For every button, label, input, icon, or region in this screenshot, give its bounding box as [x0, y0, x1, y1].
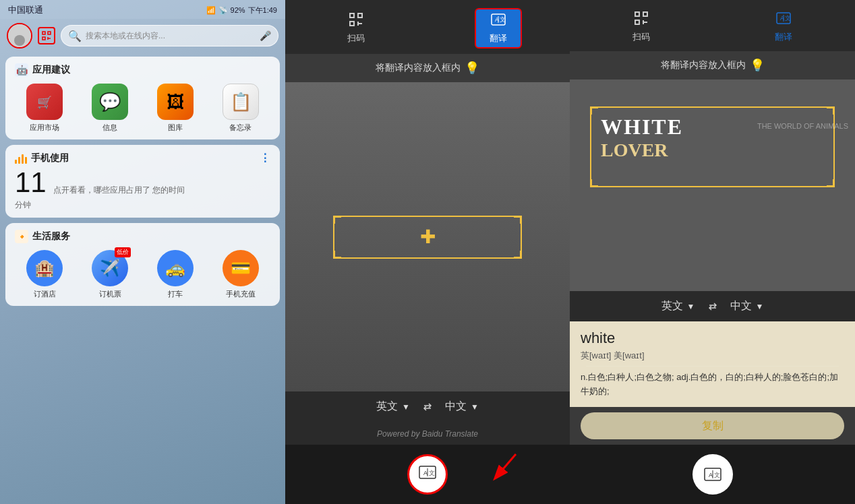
app-icon-message: 💬	[92, 84, 128, 120]
target-lang-arrow: ▼	[471, 402, 479, 412]
source-lang-label-p3: 英文	[661, 299, 683, 313]
service-label-topup: 手机充值	[226, 289, 256, 299]
service-item-topup[interactable]: 💳 手机充值	[210, 250, 270, 299]
app-label-message: 信息	[102, 123, 117, 133]
wifi-icon: 📡	[218, 6, 228, 15]
app-item-appstore[interactable]: 🛒 应用市场	[15, 84, 75, 133]
usage-number: 11	[15, 166, 47, 198]
card-title-life: 🔸 生活服务	[15, 230, 270, 243]
book-visual-content: WHITE LOVER	[591, 108, 833, 168]
avatar[interactable]	[7, 23, 32, 49]
svg-text:A: A	[423, 470, 428, 476]
source-lang-label: 英文	[376, 400, 398, 414]
scan-button[interactable]	[38, 27, 55, 44]
translate-tab-label: 翻译	[490, 32, 507, 44]
app-label-appstore: 应用市场	[30, 123, 59, 133]
search-icon: 🔍	[68, 30, 82, 42]
service-label-hotel: 订酒店	[34, 289, 56, 299]
phone-usage-title: 手机使用	[31, 152, 69, 164]
target-lang-label-p3: 中文	[730, 299, 752, 313]
translate-tab-icon-p3: A 文	[776, 11, 791, 29]
app-label-notes: 备忘录	[229, 123, 252, 133]
hint-text-p3: 将翻译内容放入框内	[661, 59, 746, 71]
app-item-notes[interactable]: 📋 备忘录	[210, 84, 270, 133]
life-services-title: 生活服务	[32, 230, 70, 243]
hint-row-p2: 将翻译内容放入框内 💡	[285, 54, 570, 82]
scan-frame-p3: WHITE LOVER	[590, 106, 835, 187]
svg-text:A: A	[709, 472, 713, 478]
target-lang-selector[interactable]: 中文 ▼	[445, 400, 479, 414]
status-bar-right: 📶 📡 92% 下午1:49	[206, 5, 277, 15]
search-box[interactable]: 🔍 搜索本地或在线内容... 🎤	[61, 25, 278, 46]
bulb-icon-p2: 💡	[465, 61, 479, 75]
tab-translate[interactable]: A 文 翻译	[475, 8, 522, 49]
app-suggestions-card: 🤖 应用建议 🛒 应用市场 💬 信息	[5, 57, 280, 139]
source-lang-selector-p3[interactable]: 英文 ▼	[661, 299, 695, 313]
tab-scan-p3[interactable]: 扫码	[619, 8, 664, 46]
service-item-hotel[interactable]: 🏨 订酒店	[15, 250, 75, 299]
svg-rect-9	[350, 22, 354, 26]
signal-icon: 📶	[206, 6, 216, 15]
hint-text-p2: 将翻译内容放入框内	[376, 62, 461, 74]
usage-more-icon[interactable]: ⋮	[260, 152, 270, 164]
red-arrow-indicator	[489, 447, 529, 491]
bottom-bar-p2: A 文	[285, 445, 570, 504]
app-item-gallery[interactable]: 🖼 图库	[146, 84, 206, 133]
service-item-flight[interactable]: ✈️ 低价 订机票	[80, 250, 140, 299]
scan-translate-button-p3[interactable]: A 文	[692, 454, 733, 495]
cards-area: 🤖 应用建议 🛒 应用市场 💬 信息	[0, 53, 285, 310]
svg-text:文: 文	[714, 472, 720, 478]
time-label: 下午1:49	[248, 5, 277, 15]
mic-icon[interactable]: 🎤	[260, 30, 271, 41]
copy-button[interactable]: 复制	[581, 412, 844, 439]
book-title-lover: LOVER	[601, 139, 824, 161]
swap-lang-button-p3[interactable]	[706, 300, 719, 313]
swap-lang-button[interactable]	[421, 400, 434, 414]
svg-text:🛒: 🛒	[37, 95, 53, 110]
powered-text-p2: Powered by Baidu Translate	[377, 429, 478, 439]
scan-tab-label: 扫码	[347, 32, 365, 44]
powered-row-p2: Powered by Baidu Translate	[285, 422, 570, 445]
usage-row: 11 分钟 点开看看，哪些应用占用了 您的时间	[15, 168, 270, 211]
app-icon-gallery: 🖼	[157, 84, 194, 120]
translation-result: white 英[waɪt] 美[waɪt] n.白色;白种人;白色之物; adj…	[570, 321, 855, 407]
usage-unit: 分钟	[15, 199, 47, 211]
source-lang-selector[interactable]: 英文 ▼	[376, 400, 410, 414]
svg-rect-22	[635, 12, 639, 16]
result-phonetic: 英[waɪt] 美[waɪt]	[581, 350, 844, 362]
world-text-overlay: THE WORLD OF ANIMALS	[757, 120, 848, 133]
app-suggestions-icon: 🤖	[15, 63, 28, 77]
app-grid: 🛒 应用市场 💬 信息 🖼 图库	[15, 84, 270, 133]
tab-translate-p3[interactable]: A 文 翻译	[761, 8, 806, 46]
low-price-badge: 低价	[115, 247, 131, 257]
lang-bar-p2: 英文 ▼ 中文 ▼	[285, 391, 570, 422]
svg-text:文: 文	[429, 470, 435, 476]
scan-tab-label-p3: 扫码	[632, 31, 650, 43]
app-item-message[interactable]: 💬 信息	[80, 84, 140, 133]
scan-translate-button[interactable]: A 文	[407, 454, 448, 495]
service-icon-hotel: 🏨	[26, 250, 63, 286]
target-lang-selector-p3[interactable]: 中文 ▼	[730, 299, 764, 313]
svg-rect-2	[42, 37, 45, 40]
card-title-app: 🤖 应用建议	[15, 63, 270, 77]
status-bar: 中国联通 📶 📡 92% 下午1:49	[0, 0, 285, 19]
target-lang-arrow-p3: ▼	[756, 302, 764, 311]
service-item-taxi[interactable]: 🚕 打车	[146, 250, 206, 299]
scan-tab-icon	[349, 12, 363, 30]
service-label-flight: 订机票	[99, 289, 121, 299]
service-icon-flight: ✈️ 低价	[92, 250, 128, 286]
app-label-gallery: 图库	[168, 123, 183, 133]
service-label-taxi: 打车	[168, 289, 183, 299]
tab-scan[interactable]: 扫码	[334, 9, 378, 47]
svg-rect-0	[42, 32, 45, 34]
battery-label: 92%	[231, 6, 245, 14]
service-icon-taxi: 🚕	[157, 250, 194, 286]
hint-row-p3: 将翻译内容放入框内 💡	[570, 51, 855, 80]
phone-usage-card: 手机使用 ⋮ 11 分钟 点开看看，哪些应用占用了 您的时间	[5, 145, 280, 218]
life-services-card: 🔸 生活服务 🏨 订酒店 ✈️ 低价 订机票 🚕 打车	[5, 223, 280, 306]
svg-line-21	[496, 454, 516, 478]
app-icon-notes: 📋	[223, 84, 259, 120]
copy-btn-label: 复制	[702, 419, 724, 433]
lang-bar-p3: 英文 ▼ 中文 ▼	[570, 291, 855, 321]
panel1-home-screen: 中国联通 📶 📡 92% 下午1:49 🔍 搜索本地或在线内容...	[0, 0, 285, 504]
